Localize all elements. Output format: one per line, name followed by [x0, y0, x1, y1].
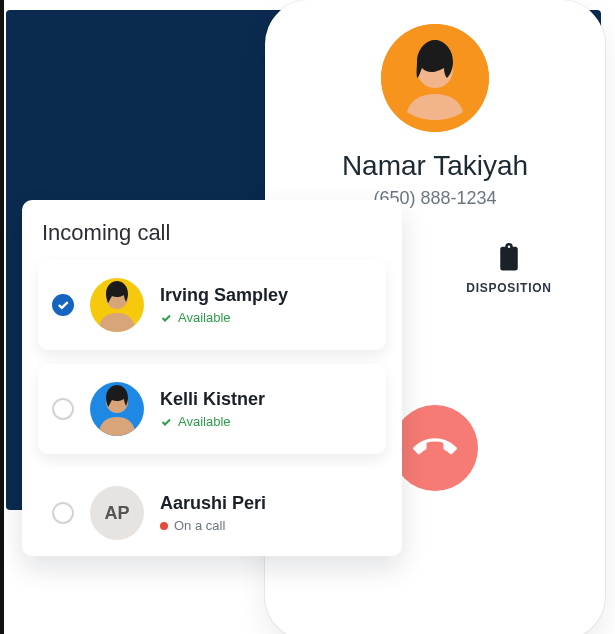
avatar-image: [90, 278, 144, 332]
busy-dot-icon: [160, 522, 168, 530]
contact-meta: Irving SampleyAvailable: [160, 285, 288, 325]
incoming-call-panel: Incoming call Irving SampleyAvailableKel…: [22, 200, 402, 556]
radio-unselected[interactable]: [52, 502, 74, 524]
phone-hangup-icon: [405, 418, 464, 477]
contact-status: Available: [160, 310, 288, 325]
contact-name: Irving Sampley: [160, 285, 288, 306]
radio-unselected[interactable]: [52, 398, 74, 420]
check-icon: [160, 312, 172, 324]
panel-title: Incoming call: [38, 220, 386, 246]
contact-card[interactable]: Irving SampleyAvailable: [38, 260, 386, 350]
caller-avatar: [381, 24, 489, 132]
contact-card[interactable]: Kelli KistnerAvailable: [38, 364, 386, 454]
status-text: On a call: [174, 518, 225, 533]
check-icon: [56, 298, 70, 312]
hangup-button[interactable]: [392, 405, 478, 491]
contact-avatar: AP: [90, 486, 144, 540]
disposition-label: DISPOSITION: [466, 281, 551, 295]
contact-name: Kelli Kistner: [160, 389, 265, 410]
status-text: Available: [178, 414, 231, 429]
contact-list: Irving SampleyAvailableKelli KistnerAvai…: [38, 260, 386, 546]
avatar-image: [90, 382, 144, 436]
contact-status: Available: [160, 414, 265, 429]
disposition-button[interactable]: DISPOSITION: [459, 243, 559, 295]
check-icon: [160, 416, 172, 428]
clipboard-icon: [494, 243, 524, 273]
contact-avatar: [90, 382, 144, 436]
contact-status: On a call: [160, 518, 266, 533]
caller-block: Namar Takiyah (650) 888-1234: [283, 24, 587, 209]
contact-meta: Kelli KistnerAvailable: [160, 389, 265, 429]
contact-meta: Aarushi PeriOn a call: [160, 493, 266, 533]
radio-selected[interactable]: [52, 294, 74, 316]
contact-card[interactable]: APAarushi PeriOn a call: [38, 468, 386, 546]
caller-name: Namar Takiyah: [342, 150, 528, 182]
contact-avatar: [90, 278, 144, 332]
avatar-image: [381, 24, 489, 132]
contact-name: Aarushi Peri: [160, 493, 266, 514]
status-text: Available: [178, 310, 231, 325]
left-divider: [0, 0, 4, 634]
